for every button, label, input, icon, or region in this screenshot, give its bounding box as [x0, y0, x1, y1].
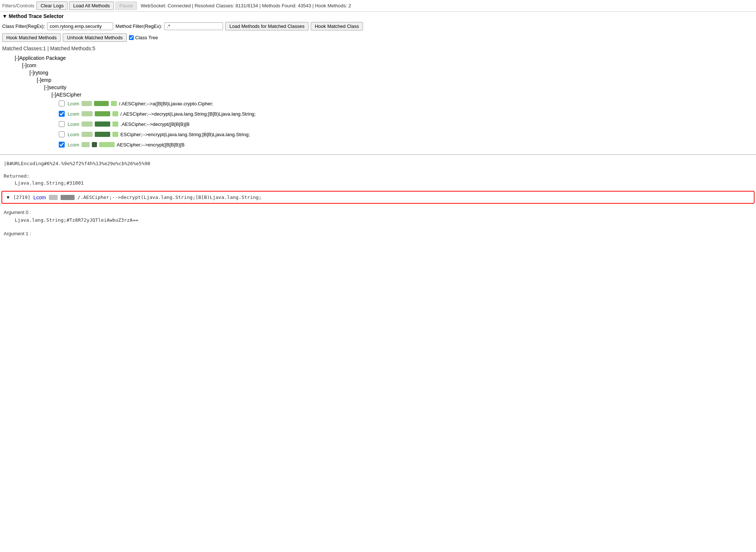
method-item: Lcom /.AESCipher;-->a([B[Bl)Ljavax.crypt… — [59, 98, 756, 109]
section-divider — [0, 154, 756, 155]
status-bar: WebSocket: Connected | Resolved Classes:… — [141, 3, 351, 8]
method-3-class: Lcom — [68, 121, 79, 127]
class-filter-input[interactable] — [47, 22, 113, 30]
method-item: Lcom .AESCipher;-->decrypt([B[B[B)[B — [59, 119, 756, 129]
method-list: Lcom /.AESCipher;-->a([B[Bl)Ljavax.crypt… — [15, 98, 756, 150]
expand-triangle[interactable]: ▼ — [6, 195, 10, 200]
unhook-matched-methods-button[interactable]: Unhook Matched Methods — [63, 33, 127, 42]
aes-cipher-label: [-]AESCipher — [51, 92, 82, 98]
blurred-block-4c — [112, 132, 118, 137]
call-id: [2719] — [13, 194, 30, 201]
method-item: Lcom /.AESCipher;-->decrypt(Ljava.lang.S… — [59, 109, 756, 119]
method-item: Lcom AESCipher;-->encrypt([B[B[B)[B — [59, 139, 756, 150]
blurred-block-5c — [99, 142, 115, 147]
blurred-block-4b — [95, 132, 110, 137]
clear-logs-button[interactable]: Clear Logs — [36, 1, 68, 10]
method-2-class: Lcom — [68, 111, 79, 117]
method-filter-label: Method Filter(RegEx): — [115, 23, 162, 29]
method-1-sig: /.AESCipher;-->a([B[Bl)Ljavax.crypto.Cip… — [119, 101, 213, 106]
hook-class-button[interactable]: Hook Matched Class — [311, 22, 363, 30]
blurred-entry-block-b — [61, 195, 75, 200]
method-2-checkbox[interactable] — [59, 111, 65, 117]
method-item: Lcom ESCipher;-->encrypt(Ljava.lang.Stri… — [59, 129, 756, 139]
tree-node-security[interactable]: [-]security — [15, 84, 756, 91]
method-1-text: Lcom /.AESCipher;-->a([B[Bl)Ljavax.crypt… — [68, 101, 213, 106]
blurred-block-2b — [95, 111, 110, 116]
highlighted-log-entry[interactable]: ▼ [2719] Lcom /.AESCipher;-->decrypt(Lja… — [1, 191, 755, 204]
log-section: |B#URLEncoding#6%24.%9e%2f2%f4h%13%e29e%… — [0, 158, 756, 189]
class-tree-label[interactable]: Class Tree — [129, 35, 158, 40]
method-3-checkbox[interactable] — [59, 121, 65, 127]
tree-node-com[interactable]: [-]com — [15, 62, 756, 69]
url-encoding-log: |B#URLEncoding#6%24.%9e%2f2%f4h%13%e29e%… — [4, 160, 752, 167]
blurred-block-1a — [82, 101, 92, 106]
arg0-label: Argument 0 : — [4, 208, 752, 217]
emp-label: [-]emp — [37, 77, 51, 83]
toolbar: Filters/Controls Clear Logs Load All Met… — [0, 0, 756, 12]
method-2-text: Lcom /.AESCipher;-->decrypt(Ljava.lang.S… — [68, 111, 256, 117]
tree-node-app-package[interactable]: [-]Application Package — [15, 54, 756, 62]
blurred-block-5b — [92, 142, 97, 147]
method-3-text: Lcom .AESCipher;-->decrypt([B[B[B)[B — [68, 121, 190, 127]
method-4-class: Lcom — [68, 132, 79, 137]
method-4-sig: ESCipher;-->encrypt(Ljava.lang.String;[B… — [120, 132, 250, 137]
class-tree-checkbox[interactable] — [129, 35, 134, 40]
security-label: [-]security — [44, 84, 66, 90]
section-header[interactable]: ▼ Method Trace Selector — [0, 12, 756, 21]
blurred-block-3b — [95, 121, 110, 127]
blurred-block-1b — [94, 101, 109, 106]
blurred-block-5a — [82, 142, 90, 147]
blurred-block-2a — [82, 111, 93, 116]
method-sig-log: /.AESCipher;-->decrypt(Ljava.lang.String… — [78, 194, 262, 201]
pause-button[interactable]: Pause — [115, 1, 137, 10]
method-filter-input[interactable] — [164, 22, 223, 30]
hook-matched-methods-button[interactable]: Hook Matched Methods — [2, 33, 61, 42]
arg0-value: Ljava.lang.String;#Tz8R72yJQTleiAwbuZ3rz… — [4, 217, 752, 224]
load-methods-button[interactable]: Load Methods for Matched Classes — [225, 22, 309, 30]
arg1-label: Argument 1 : — [4, 229, 752, 238]
blurred-entry-block-a — [49, 195, 58, 200]
load-all-methods-button[interactable]: Load All Methods — [69, 1, 114, 10]
blurred-block-3c — [112, 121, 118, 127]
method-1-class: Lcom — [68, 101, 79, 106]
app-package-label: [-]Application Package — [15, 55, 66, 61]
method-4-checkbox[interactable] — [59, 131, 65, 137]
method-2-sig: /.AESCipher;-->decrypt(Ljava.lang.String… — [120, 111, 256, 117]
tree-node-aes-cipher[interactable]: [-]AESCipher — [15, 91, 756, 98]
matched-info: Matched Classes:1 | Matched Methods:5 — [0, 43, 756, 53]
method-1-checkbox[interactable] — [59, 101, 65, 106]
blurred-block-3a — [82, 121, 93, 127]
tree-node-emp[interactable]: [-]emp — [15, 76, 756, 84]
rytong-label: [-]rytong — [29, 70, 48, 76]
method-5-checkbox[interactable] — [59, 142, 65, 148]
returned-value: Ljava.lang.String;#31001 — [4, 179, 752, 186]
tree-node-rytong[interactable]: [-]rytong — [15, 69, 756, 76]
method-5-sig: AESCipher;-->encrypt([B[B[B)[B — [117, 142, 185, 148]
blurred-block-1c — [111, 101, 117, 106]
blurred-block-4a — [82, 132, 93, 137]
filters-controls-label: Filters/Controls — [2, 3, 34, 8]
arg-section: Argument 0 : Ljava.lang.String;#Tz8R72yJ… — [0, 206, 756, 240]
method-4-text: Lcom ESCipher;-->encrypt(Ljava.lang.Stri… — [68, 132, 250, 137]
method-trace-section: ▼ Method Trace Selector Class Filter(Reg… — [0, 12, 756, 43]
method-3-sig: .AESCipher;-->decrypt([B[B[B)[B — [120, 121, 190, 127]
blurred-block-2c — [112, 111, 118, 116]
returned-label: Returned: — [4, 172, 752, 179]
filter-row: Class Filter(RegEx): Method Filter(RegEx… — [0, 21, 756, 32]
method-5-text: Lcom AESCipher;-->encrypt([B[B[B)[B — [68, 142, 184, 148]
tree-container: [-]Application Package [-]com [-]rytong … — [0, 53, 756, 151]
class-tree-text: Class Tree — [135, 35, 158, 40]
action-row: Hook Matched Methods Unhook Matched Meth… — [0, 32, 756, 43]
class-filter-label: Class Filter(RegEx): — [2, 23, 45, 29]
com-label: [-]com — [22, 62, 36, 68]
class-link[interactable]: Lcom — [33, 195, 46, 200]
method-5-class: Lcom — [68, 142, 79, 148]
